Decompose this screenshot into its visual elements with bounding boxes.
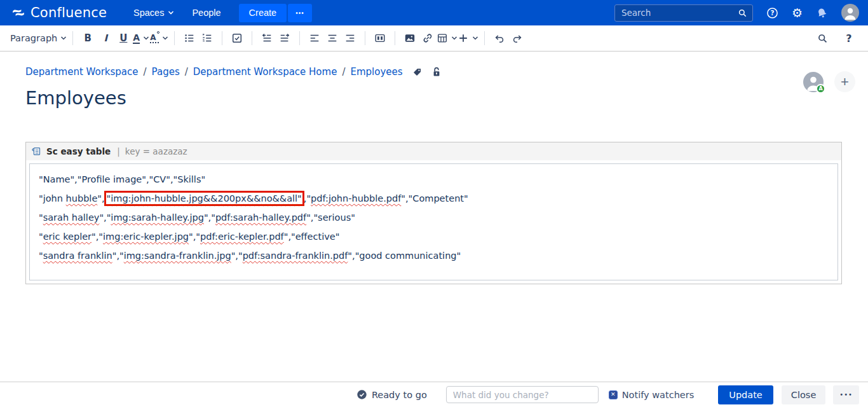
contributor-avatar[interactable]: A (803, 72, 824, 92)
help-icon: ? (766, 7, 778, 19)
search-input[interactable] (621, 8, 738, 18)
find-replace-button[interactable] (813, 29, 831, 48)
search-icon (738, 8, 747, 18)
bullet-list-button[interactable] (180, 29, 198, 48)
help-button[interactable]: ? (766, 7, 778, 19)
breadcrumb-link[interactable]: Department Workspace (25, 66, 139, 78)
csv-line: "sandra franklin","img:sandra-franklin.j… (30, 246, 837, 265)
nav-spaces-label: Spaces (133, 8, 164, 18)
csv-content[interactable]: "Name","Profile image","CV","Skills""joh… (29, 163, 838, 280)
task-checkbox-icon (231, 32, 243, 44)
editor-toolbar: Paragraph B I U A A (0, 25, 868, 52)
redo-icon (512, 32, 523, 44)
change-comment-input[interactable] (446, 386, 599, 403)
indent-button[interactable] (276, 29, 294, 48)
csv-token: sarah halley (43, 212, 100, 223)
csv-token: ","effective" (284, 231, 340, 242)
more-formatting-icon: A (150, 33, 158, 43)
confluence-brand[interactable]: Confluence (11, 5, 107, 20)
bold-icon: B (85, 32, 92, 44)
underline-button[interactable]: U (114, 29, 132, 48)
bullet-list-icon (184, 32, 195, 44)
create-button[interactable]: Create (239, 4, 287, 22)
csv-line: "Name","Profile image","CV","Skills" (30, 170, 837, 189)
numbered-list-button[interactable] (198, 29, 216, 48)
add-contributor-button[interactable]: + (834, 71, 855, 92)
chevron-down-icon (60, 35, 67, 41)
toolbar-separator (484, 31, 485, 45)
toolbar-separator (174, 31, 175, 45)
nav-people[interactable]: People (183, 0, 229, 25)
notify-checkbox[interactable]: ✕ (609, 390, 618, 399)
page-layout-button[interactable] (371, 29, 389, 48)
search-icon (817, 33, 828, 44)
nav-more-button[interactable]: ••• (288, 4, 312, 22)
page-corner-tools: A + (803, 71, 855, 92)
csv-token: hubble (66, 193, 98, 204)
breadcrumb-link[interactable]: Department Workspace Home (193, 66, 337, 78)
breadcrumb-row: Department Workspace/Pages/Department Wo… (25, 66, 842, 78)
breadcrumb-separator: / (185, 66, 188, 78)
breadcrumb-separator: / (144, 66, 147, 78)
text-color-dropdown[interactable]: A (132, 29, 150, 48)
chevron-down-icon (162, 35, 168, 41)
unlock-icon[interactable] (431, 66, 442, 78)
csv-token: img:sarah-halley.jpg (111, 212, 204, 223)
settings-button[interactable]: ⚙ (792, 7, 803, 19)
indent-icon (279, 32, 290, 44)
chevron-down-icon (472, 35, 478, 41)
insert-table-dropdown[interactable] (437, 29, 458, 48)
csv-token: "," (112, 251, 124, 261)
csv-token: img:eric-kepler.jpg (103, 231, 189, 242)
csv-token: "," (189, 231, 200, 242)
undo-button[interactable] (491, 29, 508, 48)
redo-button[interactable] (508, 29, 526, 48)
csv-token: " (39, 251, 43, 261)
csv-token: "," (99, 212, 111, 223)
macro-params: key = aazazaz (125, 146, 187, 156)
insert-more-dropdown[interactable] (458, 29, 478, 48)
breadcrumb: Department Workspace/Pages/Department Wo… (25, 66, 403, 78)
person-icon (841, 4, 859, 22)
toolbar-separator (299, 31, 300, 45)
notifications-button[interactable] (816, 7, 828, 19)
page-title: Employees (25, 87, 842, 109)
csv-line: "sarah halley","img:sarah-halley.jpg","p… (30, 208, 837, 227)
insert-link-button[interactable] (419, 29, 437, 48)
notify-watchers[interactable]: ✕ Notify watchers (609, 390, 695, 400)
brand-name: Confluence (31, 5, 107, 20)
align-center-button[interactable] (323, 29, 341, 48)
italic-button[interactable]: I (97, 29, 114, 48)
nav-spaces[interactable]: Spaces (125, 0, 183, 25)
close-button[interactable]: Close (782, 385, 826, 404)
user-avatar[interactable] (841, 4, 859, 22)
csv-token: " (39, 231, 43, 242)
outdent-button[interactable] (258, 29, 276, 48)
task-list-button[interactable] (228, 29, 246, 48)
notify-watchers-label: Notify watchers (622, 390, 695, 400)
footer-more-button[interactable]: ••• (833, 385, 859, 404)
update-button[interactable]: Update (718, 385, 773, 404)
numbered-list-icon (201, 32, 213, 44)
csv-token: "," (231, 251, 243, 261)
breadcrumb-link[interactable]: Pages (152, 66, 180, 78)
csv-line: "eric kepler","img:eric-kepler.jpg","pdf… (30, 227, 837, 246)
insert-image-button[interactable] (401, 29, 419, 48)
bold-button[interactable]: B (79, 29, 97, 48)
macro-box[interactable]: Sc easy table | key = aazazaz "Name","Pr… (25, 142, 842, 284)
csv-token: sandra franklin (43, 251, 112, 261)
more-formatting-dropdown[interactable]: A (150, 29, 168, 48)
align-right-icon (344, 32, 356, 44)
bell-icon (816, 7, 828, 19)
align-right-button[interactable] (341, 29, 359, 48)
editor-help-button[interactable]: ? (840, 29, 858, 48)
labels-icon[interactable] (412, 67, 423, 78)
macro-divider: | (117, 146, 120, 156)
align-left-button[interactable] (306, 29, 323, 48)
svg-text:?: ? (770, 9, 774, 17)
csv-token: ," (304, 193, 311, 204)
question-mark-icon: ? (846, 32, 851, 45)
search-box[interactable] (614, 4, 753, 22)
breadcrumb-link[interactable]: Employees (350, 66, 402, 78)
paragraph-style-dropdown[interactable]: Paragraph (10, 29, 67, 48)
